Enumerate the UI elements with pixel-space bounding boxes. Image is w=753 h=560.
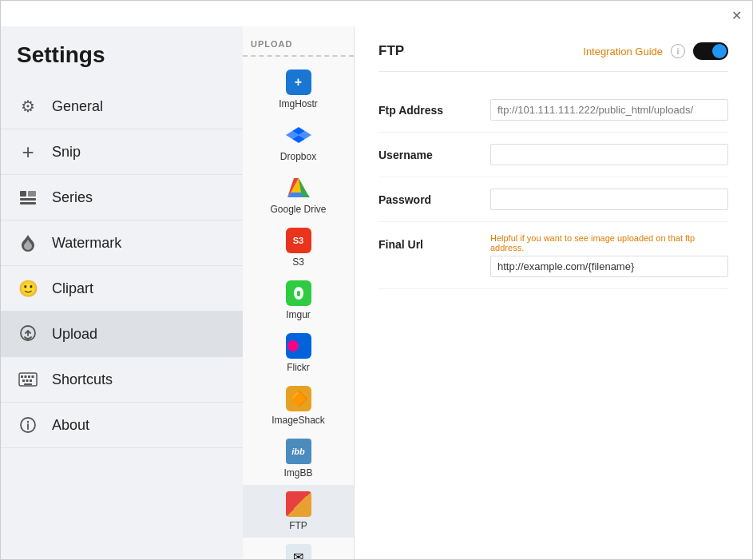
- password-label: Password: [378, 189, 474, 206]
- sidebar-label-shortcuts: Shortcuts: [52, 371, 113, 388]
- imghostr-label: ImgHostr: [279, 98, 318, 109]
- svg-rect-10: [26, 379, 29, 382]
- ftp-address-input[interactable]: [490, 99, 728, 121]
- gear-icon: ⚙: [17, 95, 39, 117]
- upload-item-imageshack[interactable]: 🔶 ImageShack: [243, 379, 354, 432]
- upload-panel: UPLOAD + ImgHostr: [243, 26, 355, 559]
- titlebar: ✕: [1, 1, 752, 26]
- upload-item-ftp[interactable]: FTP: [243, 485, 354, 538]
- sidebar-label-about: About: [52, 417, 89, 434]
- svg-rect-11: [30, 379, 32, 382]
- upload-item-imgur[interactable]: Imgur: [243, 274, 354, 327]
- series-icon: [17, 186, 39, 209]
- svg-rect-2: [20, 202, 36, 205]
- svg-rect-1: [20, 198, 36, 201]
- svg-point-22: [299, 340, 310, 351]
- password-input[interactable]: [490, 189, 728, 210]
- plus-icon: +: [17, 141, 39, 163]
- googledrive-label: Google Drive: [270, 204, 326, 215]
- ftp-toggle[interactable]: [693, 42, 728, 60]
- upload-panel-header: UPLOAD: [243, 26, 354, 55]
- sidebar-label-clipart: Clipart: [52, 280, 93, 297]
- sidebar-item-series[interactable]: Series: [1, 175, 243, 220]
- username-label: Username: [378, 144, 474, 161]
- close-button[interactable]: ✕: [728, 7, 744, 23]
- username-row: Username: [378, 133, 728, 177]
- ftp-address-label: Ftp Address: [378, 99, 474, 117]
- sidebar-item-watermark[interactable]: Watermark: [1, 220, 243, 266]
- googledrive-icon: [286, 175, 311, 201]
- upload-icon: [17, 323, 39, 345]
- ftp-header-right: Integration Guide i: [583, 42, 728, 60]
- password-row: Password: [378, 177, 728, 222]
- ftp-label: FTP: [289, 520, 307, 531]
- imgur-icon: [286, 280, 311, 306]
- s3-icon: S3: [286, 228, 311, 253]
- final-url-input[interactable]: [490, 256, 728, 277]
- ftp-section-title: FTP: [378, 43, 404, 59]
- imageshack-icon: 🔶: [286, 386, 311, 411]
- upload-item-imghostr[interactable]: + ImgHostr: [243, 63, 354, 116]
- toggle-knob: [712, 44, 727, 58]
- ftp-header: FTP Integration Guide i: [378, 42, 728, 72]
- svg-rect-7: [28, 375, 30, 378]
- flickr-label: Flickr: [287, 362, 310, 373]
- upload-item-webservice[interactable]: ✉ Web Service: [243, 538, 354, 559]
- sidebar-label-general: General: [52, 98, 103, 115]
- about-icon: [17, 414, 39, 436]
- svg-rect-9: [22, 379, 25, 382]
- clipart-icon: 🙂: [17, 277, 39, 300]
- ftp-address-row: Ftp Address: [378, 88, 728, 133]
- username-input[interactable]: [490, 144, 728, 165]
- sidebar-item-clipart[interactable]: 🙂 Clipart: [1, 266, 243, 312]
- upload-item-imgbb[interactable]: ibb ImgBB: [243, 432, 354, 485]
- dropbox-label: Dropbox: [280, 151, 316, 162]
- integration-guide-link[interactable]: Integration Guide: [583, 46, 663, 58]
- upload-item-flickr[interactable]: Flickr: [243, 327, 354, 379]
- sidebar: Settings ⚙ General + Snip Series: [1, 26, 243, 559]
- sidebar-label-upload: Upload: [52, 326, 97, 343]
- imgbb-label: ImgBB: [283, 467, 312, 479]
- upload-item-dropbox[interactable]: Dropbox: [243, 116, 354, 169]
- svg-point-21: [287, 340, 299, 351]
- final-url-row: Final Url Helpful if you want to see ima…: [378, 222, 728, 289]
- sidebar-item-upload[interactable]: Upload: [1, 312, 243, 357]
- flickr-icon: [286, 333, 311, 359]
- svg-rect-8: [32, 375, 34, 378]
- keyboard-icon: [17, 368, 39, 391]
- svg-rect-6: [25, 375, 27, 378]
- imgbb-icon: ibb: [286, 439, 311, 464]
- s3-label: S3: [292, 256, 304, 268]
- final-url-hint: Helpful if you want to see image uploade…: [490, 233, 728, 252]
- info-icon[interactable]: i: [671, 44, 685, 58]
- upload-item-s3[interactable]: S3 S3: [243, 221, 354, 274]
- svg-rect-0: [20, 191, 26, 197]
- dropbox-icon: [286, 122, 311, 148]
- svg-rect-5: [21, 375, 23, 378]
- sidebar-title: Settings: [1, 34, 243, 84]
- final-url-label: Final Url: [378, 233, 474, 251]
- sidebar-label-series: Series: [52, 189, 93, 206]
- sidebar-item-shortcuts[interactable]: Shortcuts: [1, 357, 243, 403]
- final-url-field-wrap: Helpful if you want to see image uploade…: [490, 233, 728, 277]
- detail-panel: FTP Integration Guide i Ftp Address User…: [355, 26, 752, 559]
- webservice-icon: ✉: [286, 544, 311, 559]
- imgur-label: Imgur: [286, 309, 311, 320]
- main-content: Settings ⚙ General + Snip Series: [1, 26, 752, 559]
- watermark-icon: [17, 232, 39, 254]
- password-field-wrap: [490, 189, 728, 210]
- svg-rect-3: [28, 191, 36, 197]
- ftp-address-field-wrap: [490, 99, 728, 121]
- upload-item-googledrive[interactable]: Google Drive: [243, 169, 354, 221]
- upload-list: + ImgHostr Dropbox: [243, 55, 354, 559]
- svg-point-14: [27, 421, 29, 423]
- svg-rect-12: [24, 383, 32, 385]
- imageshack-label: ImageShack: [271, 415, 325, 426]
- ftp-icon: [286, 491, 311, 517]
- sidebar-label-watermark: Watermark: [52, 235, 121, 252]
- sidebar-label-snip: Snip: [52, 144, 81, 161]
- sidebar-item-snip[interactable]: + Snip: [1, 129, 243, 175]
- sidebar-item-about[interactable]: About: [1, 403, 243, 448]
- imghostr-icon: +: [286, 70, 311, 95]
- sidebar-item-general[interactable]: ⚙ General: [1, 84, 243, 129]
